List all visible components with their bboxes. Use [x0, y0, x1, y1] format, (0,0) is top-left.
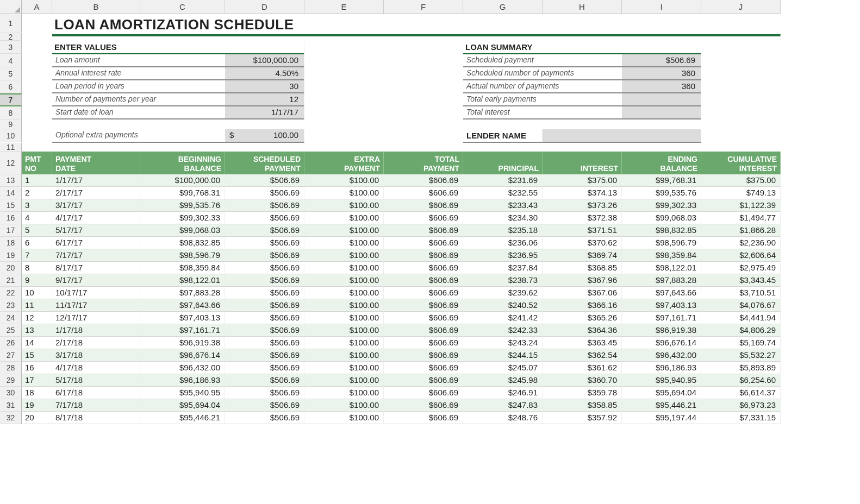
table-cell[interactable]: $1,122.39: [701, 199, 781, 212]
enter-values-value-1[interactable]: 4.50%: [225, 67, 304, 80]
row-header-6[interactable]: 6: [0, 80, 22, 93]
column-header-f[interactable]: F: [384, 0, 463, 14]
table-cell[interactable]: $99,302.33: [140, 212, 225, 224]
table-cell[interactable]: 12: [22, 312, 52, 324]
table-cell[interactable]: 12/17/17: [52, 312, 140, 324]
table-cell[interactable]: $98,122.01: [140, 274, 225, 287]
table-cell[interactable]: $2,606.64: [701, 249, 781, 262]
table-cell[interactable]: $6,614.37: [701, 387, 781, 399]
column-header-a[interactable]: A: [22, 0, 52, 14]
table-cell[interactable]: $506.69: [225, 324, 304, 337]
table-cell[interactable]: $370.62: [543, 237, 622, 249]
cell[interactable]: [22, 41, 52, 54]
table-cell[interactable]: $240.52: [463, 299, 543, 312]
table-cell[interactable]: $606.69: [384, 324, 463, 337]
table-cell[interactable]: $100.00: [304, 187, 384, 199]
table-cell[interactable]: $100.00: [304, 224, 384, 237]
table-cell[interactable]: $97,643.66: [140, 299, 225, 312]
cell[interactable]: [22, 54, 52, 67]
table-cell[interactable]: 9/17/17: [52, 274, 140, 287]
table-cell[interactable]: $99,302.33: [622, 199, 701, 212]
table-cell[interactable]: $100.00: [304, 174, 384, 187]
cell[interactable]: [701, 80, 781, 93]
table-cell[interactable]: 2/17/17: [52, 187, 140, 199]
table-cell[interactable]: $99,535.76: [622, 187, 701, 199]
table-cell[interactable]: $99,535.76: [140, 199, 225, 212]
table-cell[interactable]: $606.69: [384, 337, 463, 349]
table-cell[interactable]: $506.69: [225, 374, 304, 387]
table-cell[interactable]: $96,676.14: [622, 337, 701, 349]
table-cell[interactable]: 4/17/17: [52, 212, 140, 224]
table-cell[interactable]: $235.18: [463, 224, 543, 237]
cell[interactable]: [304, 80, 463, 93]
table-header[interactable]: PMTNO: [22, 152, 52, 174]
table-cell[interactable]: $100.00: [304, 287, 384, 299]
cell[interactable]: [701, 106, 781, 119]
table-cell[interactable]: $1,866.28: [701, 224, 781, 237]
spreadsheet-grid[interactable]: ABCDEFGHIJ1LOAN AMORTIZATION SCHEDULE23E…: [0, 0, 860, 424]
row-header-8[interactable]: 8: [0, 106, 22, 119]
cell[interactable]: [22, 119, 781, 129]
row-header-13[interactable]: 13: [0, 174, 22, 187]
row-header-27[interactable]: 27: [0, 349, 22, 362]
table-cell[interactable]: $95,197.44: [622, 412, 701, 424]
enter-values-value-0[interactable]: $100,000.00: [225, 54, 304, 67]
table-cell[interactable]: $4,076.67: [701, 299, 781, 312]
table-cell[interactable]: $375.00: [543, 174, 622, 187]
table-cell[interactable]: $606.69: [384, 262, 463, 274]
cell[interactable]: [22, 67, 52, 80]
table-cell[interactable]: $363.45: [543, 337, 622, 349]
table-cell[interactable]: $6,973.23: [701, 399, 781, 412]
table-cell[interactable]: $98,122.01: [622, 262, 701, 274]
table-cell[interactable]: $100.00: [304, 337, 384, 349]
table-cell[interactable]: $96,186.93: [140, 374, 225, 387]
table-cell[interactable]: $506.69: [225, 287, 304, 299]
row-header-2[interactable]: 2: [0, 33, 22, 41]
table-cell[interactable]: 10/17/17: [52, 287, 140, 299]
row-header-9[interactable]: 9: [0, 119, 22, 129]
table-cell[interactable]: $243.24: [463, 337, 543, 349]
cell[interactable]: [701, 67, 781, 80]
table-cell[interactable]: $749.13: [701, 187, 781, 199]
table-cell[interactable]: $98,596.79: [622, 237, 701, 249]
table-cell[interactable]: $236.95: [463, 249, 543, 262]
table-cell[interactable]: $606.69: [384, 249, 463, 262]
table-cell[interactable]: $506.69: [225, 187, 304, 199]
table-cell[interactable]: $3,710.51: [701, 287, 781, 299]
table-cell[interactable]: 3: [22, 199, 52, 212]
table-cell[interactable]: $100.00: [304, 362, 384, 374]
table-cell[interactable]: $237.84: [463, 262, 543, 274]
row-header-18[interactable]: 18: [0, 237, 22, 249]
table-cell[interactable]: $606.69: [384, 174, 463, 187]
table-cell[interactable]: $506.69: [225, 387, 304, 399]
table-cell[interactable]: $506.69: [225, 399, 304, 412]
table-cell[interactable]: $100.00: [304, 262, 384, 274]
table-cell[interactable]: $98,832.85: [140, 237, 225, 249]
row-header-26[interactable]: 26: [0, 337, 22, 349]
table-cell[interactable]: $606.69: [384, 212, 463, 224]
table-cell[interactable]: $95,940.95: [622, 374, 701, 387]
table-cell[interactable]: $95,694.04: [622, 387, 701, 399]
table-cell[interactable]: $2,975.49: [701, 262, 781, 274]
table-cell[interactable]: 3/17/18: [52, 349, 140, 362]
table-cell[interactable]: $506.69: [225, 362, 304, 374]
table-cell[interactable]: $6,254.60: [701, 374, 781, 387]
table-cell[interactable]: $100.00: [304, 387, 384, 399]
table-cell[interactable]: $2,236.90: [701, 237, 781, 249]
table-cell[interactable]: $361.62: [543, 362, 622, 374]
table-cell[interactable]: $506.69: [225, 337, 304, 349]
column-header-d[interactable]: D: [225, 0, 304, 14]
table-cell[interactable]: $99,768.31: [140, 187, 225, 199]
table-cell[interactable]: $3,343.45: [701, 274, 781, 287]
row-header-16[interactable]: 16: [0, 212, 22, 224]
table-cell[interactable]: $98,359.84: [140, 262, 225, 274]
table-cell[interactable]: $606.69: [384, 299, 463, 312]
table-cell[interactable]: $506.69: [225, 249, 304, 262]
table-cell[interactable]: $7,331.15: [701, 412, 781, 424]
row-header-32[interactable]: 32: [0, 412, 22, 424]
table-cell[interactable]: $506.69: [225, 174, 304, 187]
table-cell[interactable]: $369.74: [543, 249, 622, 262]
table-cell[interactable]: 6/17/18: [52, 387, 140, 399]
row-header-30[interactable]: 30: [0, 387, 22, 399]
table-cell[interactable]: 5/17/18: [52, 374, 140, 387]
